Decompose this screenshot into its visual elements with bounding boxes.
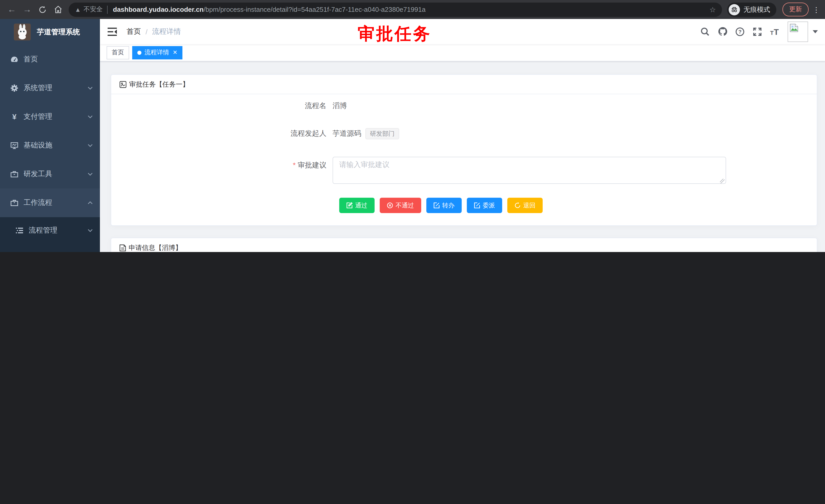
- edit-icon: [434, 202, 440, 208]
- github-icon: [718, 27, 727, 36]
- application-info-card: 申请信息【滔博】 *单行文本 *多选框组 选项一: [111, 238, 817, 252]
- sidebar-logo-row[interactable]: 芋道管理系统: [0, 19, 100, 45]
- circle-close-icon: [387, 202, 393, 208]
- process-name-row: 流程名 滔博: [111, 101, 817, 111]
- sidebar-item-label: 基础设施: [23, 141, 88, 150]
- sidebar-item-home[interactable]: 首页: [0, 45, 100, 74]
- breadcrumb-home[interactable]: 首页: [127, 27, 141, 36]
- toolbox-icon: [10, 170, 18, 178]
- suggestion-textarea-wrap: [332, 157, 726, 185]
- undo-icon: [515, 202, 521, 208]
- sidebar-item-label: 工作流程: [23, 198, 88, 207]
- incognito-icon: [729, 4, 740, 15]
- svg-text:¥: ¥: [12, 113, 17, 121]
- tag-process-detail[interactable]: 流程详情 ✕: [132, 46, 182, 59]
- url-bar[interactable]: ▲ 不安全 dashboard.yudao.iocoder.cn/bpm/pro…: [69, 2, 722, 17]
- sidebar-item-label: 系统管理: [23, 83, 88, 93]
- sidebar-item-label: 首页: [23, 55, 93, 64]
- incognito-badge: 无痕模式: [727, 2, 776, 17]
- browser-home-button[interactable]: [50, 2, 66, 17]
- broken-image-icon: [790, 23, 798, 32]
- sidebar-collapse-icon[interactable]: [107, 27, 119, 36]
- initiator-label: 流程发起人: [111, 129, 326, 138]
- sidebar-item-process-mgmt[interactable]: 流程管理: [0, 217, 100, 244]
- button-label: 不通过: [395, 201, 414, 210]
- card-title: 审批任务【任务一】: [129, 80, 189, 89]
- question-circle-icon: ?: [735, 27, 745, 36]
- app-title: 芋道管理系统: [37, 27, 80, 36]
- avatar[interactable]: [788, 21, 808, 42]
- breadcrumb-separator: /: [146, 27, 148, 35]
- top-navbar: 首页 / 流程详情 ? TT: [100, 19, 825, 44]
- sidebar: 芋道管理系统 首页 系统管理 ¥ 支付管理 基础设施: [0, 19, 100, 252]
- fullscreen-button[interactable]: [749, 23, 766, 40]
- chevron-up-icon: [88, 201, 93, 204]
- chevron-down-icon: [88, 87, 93, 90]
- breadcrumb-current: 流程详情: [152, 27, 181, 36]
- reload-icon: [39, 5, 47, 14]
- required-asterisk: *: [293, 161, 296, 169]
- browser-menu-button[interactable]: ⋮: [812, 5, 821, 14]
- edit-icon: [474, 202, 480, 208]
- browser-update-button[interactable]: 更新: [782, 3, 809, 16]
- reject-button[interactable]: 不通过: [380, 198, 421, 213]
- home-icon: [54, 5, 62, 14]
- breadcrumb: 首页 / 流程详情: [127, 27, 181, 36]
- approval-task-card-header: 审批任务【任务一】: [111, 75, 817, 94]
- chevron-down-icon: [88, 229, 93, 232]
- sidebar-item-infra[interactable]: 基础设施: [0, 131, 100, 160]
- approve-button[interactable]: 通过: [339, 198, 375, 213]
- sidebar-item-label: 支付管理: [23, 112, 88, 121]
- page-content: 审批任务【任务一】 流程名 滔博 流程发起人 芋道源码 研发部门: [100, 62, 825, 252]
- search-button[interactable]: [696, 23, 714, 40]
- incognito-label: 无痕模式: [744, 5, 770, 14]
- button-label: 退回: [523, 201, 535, 210]
- transfer-button[interactable]: 转办: [426, 198, 462, 213]
- tag-close-icon[interactable]: ✕: [173, 50, 177, 55]
- tag-home[interactable]: 首页: [106, 46, 129, 59]
- suggestion-label: *审批建议: [111, 161, 326, 170]
- browser-chrome: ← → ▲ 不安全 dashboard.yudao.iocoder.cn/bpm…: [0, 0, 825, 19]
- approval-actions: 通过 不通过 转办 委派: [339, 198, 817, 213]
- chevron-down-icon: [88, 173, 93, 176]
- browser-reload-button[interactable]: [35, 2, 50, 17]
- not-secure-label: 不安全: [83, 5, 103, 14]
- tag-label: 首页: [112, 48, 124, 57]
- font-size-button[interactable]: TT: [766, 23, 783, 40]
- page-url: dashboard.yudao.iocoder.cn/bpm/process-i…: [113, 6, 705, 13]
- monitor-icon: [10, 141, 18, 150]
- bookmark-star-icon[interactable]: ☆: [709, 5, 716, 14]
- initiator-name: 芋道源码: [332, 129, 361, 138]
- github-button[interactable]: [714, 23, 731, 40]
- return-button[interactable]: 退回: [507, 198, 543, 213]
- help-button[interactable]: ?: [731, 23, 749, 40]
- suggestion-textarea[interactable]: [332, 157, 726, 184]
- dashboard-icon: [10, 55, 18, 64]
- browser-back-button[interactable]: ←: [4, 2, 19, 17]
- avatar-dropdown-caret[interactable]: [813, 30, 818, 33]
- svg-text:?: ?: [738, 29, 742, 34]
- chevron-down-icon: [88, 144, 93, 147]
- screen: ← → ▲ 不安全 dashboard.yudao.iocoder.cn/bpm…: [0, 0, 825, 252]
- sidebar-item-devtools[interactable]: 研发工具: [0, 160, 100, 188]
- url-host: dashboard.yudao.iocoder.cn: [113, 6, 204, 13]
- picture-icon: [120, 81, 127, 88]
- url-path: /bpm/process-instance/detail?id=54aa251f…: [204, 6, 426, 13]
- not-secure-warning-icon: ▲: [75, 6, 81, 13]
- initiator-value: 芋道源码 研发部门: [332, 128, 399, 139]
- sidebar-item-task-mgmt[interactable]: 任务管理: [0, 244, 100, 252]
- sidebar-item-pay[interactable]: ¥ 支付管理: [0, 102, 100, 131]
- tree-list-icon: [15, 226, 23, 235]
- sidebar-item-workflow[interactable]: 工作流程: [0, 188, 100, 217]
- suggestion-row: *审批建议: [111, 157, 817, 185]
- button-label: 通过: [355, 201, 367, 210]
- delegate-button[interactable]: 委派: [467, 198, 502, 213]
- browser-forward-button[interactable]: →: [19, 2, 35, 17]
- chevron-down-icon: [88, 115, 93, 118]
- sidebar-item-label: 流程管理: [29, 226, 88, 235]
- sidebar-item-system[interactable]: 系统管理: [0, 74, 100, 102]
- workflow-submenu: 流程管理 任务管理 我的流程 待办任务 已办: [0, 217, 100, 252]
- omnibox-divider: [107, 5, 108, 14]
- document-icon: [120, 244, 126, 251]
- annotation-approval-task: 审批任务: [358, 22, 432, 46]
